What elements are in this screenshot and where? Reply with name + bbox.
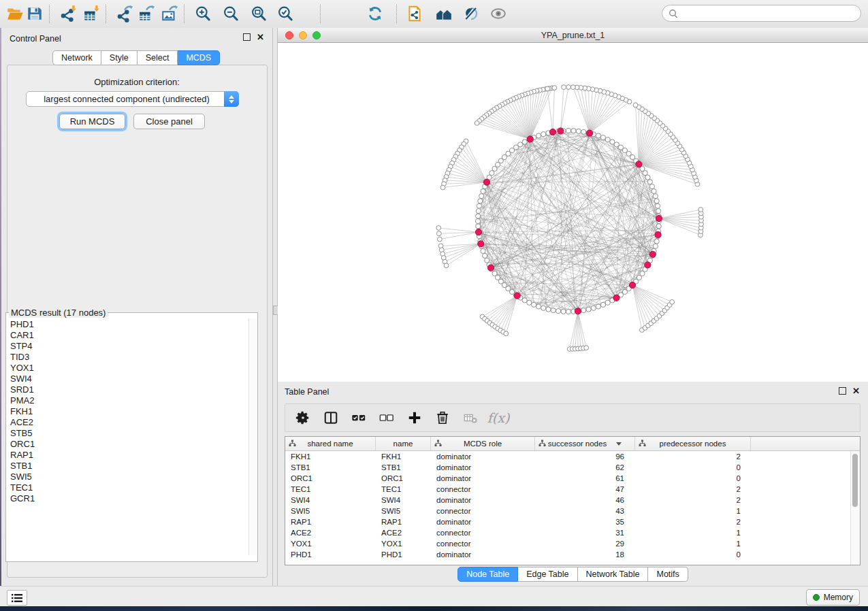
table-cell-successor-nodes[interactable]: 62 bbox=[535, 462, 635, 473]
column-header-successor-nodes[interactable]: successor nodes bbox=[535, 437, 635, 450]
deselect-all-icon[interactable] bbox=[379, 410, 395, 426]
mcds-result-item[interactable]: TEC1 bbox=[10, 482, 253, 493]
mcds-result-item[interactable]: PHD1 bbox=[10, 319, 253, 330]
zoom-out-icon[interactable] bbox=[221, 3, 241, 24]
mcds-result-item[interactable]: ACE2 bbox=[10, 417, 253, 428]
first-neighbors-icon[interactable] bbox=[434, 3, 454, 24]
export-table-icon[interactable] bbox=[136, 3, 157, 24]
table-cell-shared-name[interactable]: YOX1 bbox=[285, 538, 376, 549]
table-cell-name[interactable]: RAP1 bbox=[376, 516, 431, 527]
table-cell-mcds-role[interactable]: connector bbox=[431, 484, 535, 495]
tab-network[interactable]: Network bbox=[52, 50, 101, 65]
table-cell-shared-name[interactable]: FKH1 bbox=[285, 451, 376, 462]
mcds-result-item[interactable]: STB1 bbox=[10, 461, 253, 472]
table-row[interactable]: STB1STB1dominator620 bbox=[285, 462, 860, 473]
tab-motifs[interactable]: Motifs bbox=[648, 567, 688, 582]
table-cell-shared-name[interactable]: PHD1 bbox=[285, 549, 376, 560]
table-cell-name[interactable]: SWI5 bbox=[376, 506, 431, 516]
mcds-result-item[interactable]: CAR1 bbox=[10, 330, 253, 341]
table-cell-predecessor-nodes[interactable]: 2 bbox=[635, 516, 751, 527]
table-cell-mcds-role[interactable]: dominator bbox=[431, 451, 535, 462]
table-cell-predecessor-nodes[interactable]: 0 bbox=[635, 473, 751, 484]
export-image-icon[interactable] bbox=[159, 3, 180, 24]
close-panel-icon[interactable]: ✕ bbox=[257, 33, 264, 41]
zoom-in-icon[interactable] bbox=[193, 3, 213, 24]
tab-network-table[interactable]: Network Table bbox=[578, 567, 649, 582]
table-cell-mcds-role[interactable]: dominator bbox=[431, 473, 535, 484]
mcds-result-item[interactable]: SWI5 bbox=[10, 472, 253, 482]
table-cell-mcds-role[interactable]: dominator bbox=[431, 549, 535, 560]
tab-select[interactable]: Select bbox=[138, 50, 178, 65]
mcds-result-item[interactable]: PMA2 bbox=[10, 395, 253, 406]
table-cell-successor-nodes[interactable]: 35 bbox=[535, 516, 635, 527]
table-cell-predecessor-nodes[interactable]: 1 bbox=[635, 506, 751, 516]
import-network-icon[interactable] bbox=[58, 3, 78, 24]
save-session-icon[interactable] bbox=[25, 3, 45, 24]
table-cell-predecessor-nodes[interactable]: 2 bbox=[635, 484, 751, 495]
table-cell-predecessor-nodes[interactable]: 0 bbox=[635, 462, 751, 473]
mcds-result-item[interactable]: YOX1 bbox=[10, 363, 253, 374]
column-header-name[interactable]: name bbox=[376, 437, 431, 450]
table-cell-mcds-role[interactable]: dominator bbox=[431, 516, 535, 527]
mcds-result-item[interactable]: STP4 bbox=[10, 341, 253, 352]
table-row[interactable]: ACE2ACE2connector311 bbox=[285, 527, 860, 538]
show-hide-eye-icon[interactable] bbox=[488, 3, 509, 24]
table-cell-shared-name[interactable]: RAP1 bbox=[285, 516, 376, 527]
settings-gear-icon[interactable] bbox=[295, 410, 311, 426]
column-header-mcds-role[interactable]: MCDS role bbox=[431, 437, 535, 450]
table-row[interactable]: PHD1PHD1dominator180 bbox=[285, 549, 860, 560]
table-cell-shared-name[interactable]: ACE2 bbox=[285, 527, 376, 538]
mcds-result-item[interactable]: RAP1 bbox=[10, 450, 253, 461]
memory-button[interactable]: Memory bbox=[806, 589, 860, 606]
mcds-result-item[interactable]: FKH1 bbox=[10, 406, 253, 417]
table-cell-successor-nodes[interactable]: 61 bbox=[535, 473, 635, 484]
table-cell-shared-name[interactable]: ORC1 bbox=[285, 473, 376, 484]
table-cell-predecessor-nodes[interactable]: 1 bbox=[635, 538, 751, 549]
column-header-shared-name[interactable]: shared name bbox=[285, 437, 376, 450]
refresh-layout-icon[interactable] bbox=[365, 3, 385, 24]
search-field[interactable] bbox=[662, 5, 861, 22]
table-cell-name[interactable]: ACE2 bbox=[376, 527, 431, 538]
column-header-predecessor-nodes[interactable]: predecessor nodes bbox=[635, 437, 751, 450]
table-cell-successor-nodes[interactable]: 31 bbox=[535, 527, 635, 538]
import-table-icon[interactable] bbox=[81, 3, 101, 24]
table-cell-successor-nodes[interactable]: 43 bbox=[535, 506, 635, 516]
table-cell-mcds-role[interactable]: dominator bbox=[431, 495, 535, 506]
table-scrollbar-thumb[interactable] bbox=[852, 454, 858, 507]
search-input[interactable] bbox=[681, 8, 861, 19]
sort-descending-icon[interactable] bbox=[616, 442, 622, 446]
mcds-result-item[interactable]: ORC1 bbox=[10, 439, 253, 450]
network-window-titlebar[interactable]: YPA_prune.txt_1 bbox=[278, 28, 868, 43]
close-panel-icon[interactable]: ✕ bbox=[852, 387, 860, 395]
network-canvas[interactable] bbox=[278, 43, 868, 382]
table-cell-predecessor-nodes[interactable]: 2 bbox=[635, 495, 751, 506]
zoom-selected-icon[interactable] bbox=[275, 3, 295, 24]
table-cell-name[interactable]: TEC1 bbox=[376, 484, 431, 495]
panel-splitter[interactable] bbox=[272, 28, 278, 586]
table-cell-name[interactable]: PHD1 bbox=[376, 549, 431, 560]
tab-style[interactable]: Style bbox=[101, 50, 138, 65]
table-cell-successor-nodes[interactable]: 46 bbox=[535, 495, 635, 506]
delete-column-icon[interactable] bbox=[434, 410, 451, 426]
table-cell-shared-name[interactable]: SWI5 bbox=[285, 506, 376, 516]
table-row[interactable]: TEC1TEC1connector472 bbox=[285, 484, 860, 495]
table-cell-shared-name[interactable]: SWI4 bbox=[285, 495, 376, 506]
table-cell-predecessor-nodes[interactable]: 0 bbox=[635, 549, 751, 560]
mcds-result-item[interactable]: SWI4 bbox=[10, 374, 253, 384]
table-cell-successor-nodes[interactable]: 96 bbox=[535, 451, 635, 462]
float-panel-icon[interactable] bbox=[839, 387, 846, 395]
new-network-from-selection-icon[interactable] bbox=[404, 3, 425, 24]
table-cell-successor-nodes[interactable]: 47 bbox=[535, 484, 635, 495]
criterion-dropdown[interactable]: largest connected component (undirected) bbox=[26, 91, 239, 107]
table-cell-predecessor-nodes[interactable]: 1 bbox=[635, 527, 751, 538]
task-history-button[interactable] bbox=[7, 590, 27, 606]
table-cell-mcds-role[interactable]: connector bbox=[431, 538, 535, 549]
table-cell-shared-name[interactable]: STB1 bbox=[285, 462, 376, 473]
export-network-icon[interactable] bbox=[114, 3, 135, 24]
mcds-result-item[interactable]: TID3 bbox=[10, 352, 253, 363]
table-row[interactable]: YOX1YOX1connector291 bbox=[285, 538, 860, 549]
table-row[interactable]: ORC1ORC1dominator610 bbox=[285, 473, 860, 484]
mcds-result-item[interactable]: GCR1 bbox=[10, 493, 253, 504]
mcds-list-scrollbar[interactable] bbox=[248, 318, 257, 555]
zoom-fit-icon[interactable] bbox=[248, 3, 269, 24]
